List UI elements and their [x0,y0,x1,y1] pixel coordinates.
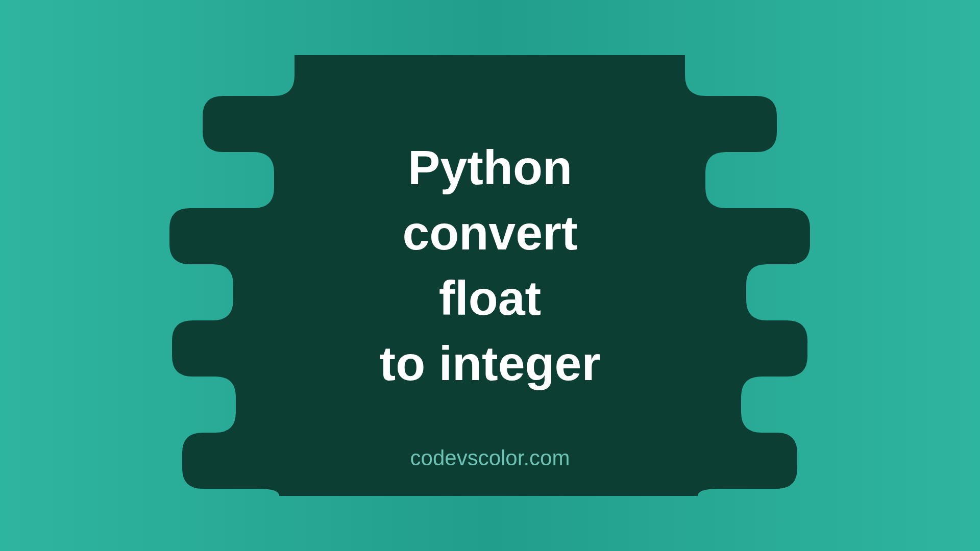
site-name: codevscolor.com [410,446,570,470]
graphic-banner: Python convert float to integer codevsco… [98,55,882,496]
content-area: Python convert float to integer codevsco… [98,55,882,496]
main-title: Python convert float to integer [380,135,601,396]
